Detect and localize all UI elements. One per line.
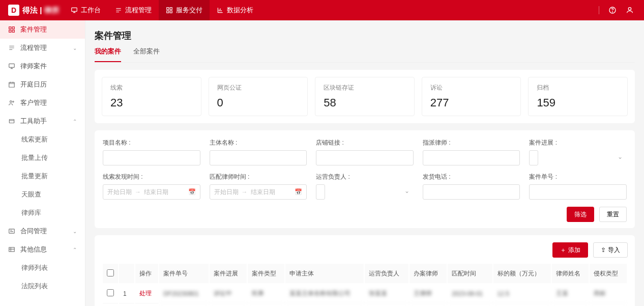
row-action[interactable]: 处理 [139,290,152,297]
clue_discover_time-range[interactable]: 开始日期→结束日期📅 [103,184,200,200]
match_lawyer_time-range[interactable]: 开始日期→结束日期📅 [210,184,307,200]
flow-icon [115,7,122,14]
grid-icon [8,26,15,33]
stat-线索[interactable]: 线索23 [102,77,201,116]
svg-rect-13 [9,82,15,87]
filter-label: 案件进展 : [529,138,627,147]
grid-icon [166,7,173,14]
users-icon [8,99,15,106]
stat-诉讼[interactable]: 诉讼277 [422,77,521,116]
row-checkbox[interactable] [107,289,114,296]
filter-match_lawyer_time: 匹配律师时间 :开始日期→结束日期📅 [210,173,307,200]
svg-rect-9 [12,27,14,29]
nav-desktop[interactable]: 工作台 [64,0,108,20]
svg-rect-3 [166,11,168,13]
ops_owner-select[interactable] [316,184,325,200]
filter-store_url: 店铺链接 : [316,138,414,165]
assigned_lawyer-input[interactable] [423,150,520,165]
sidebar-subitem-天眼查[interactable]: 天眼查 [0,185,85,204]
nav-grid[interactable]: 服务交付 [159,0,210,20]
sidebar: 案件管理流程管理⌄律师案件开庭日历客户管理工具助手⌃线索更新批量上传批量更新天眼… [0,20,85,306]
sidebar-label: 其他信息 [20,245,47,254]
sidebar-item-开庭日历[interactable]: 开庭日历 [0,75,85,94]
sidebar-subitem-法院列表[interactable]: 法院列表 [0,277,85,295]
cell-lname: 王某 [552,284,589,303]
divider-icon [599,6,599,14]
col-6: 申请主体 [285,264,364,283]
import-button[interactable]: ⇪导入 [593,242,628,258]
nav-label: 流程管理 [125,6,152,15]
svg-rect-11 [12,30,14,32]
project_name-input[interactable] [103,150,200,165]
help-icon[interactable] [608,6,617,14]
filter-label: 发货电话 : [423,173,520,181]
stat-网页公证[interactable]: 网页公证0 [209,77,308,116]
nav-flow[interactable]: 流程管理 [108,0,159,20]
filter-label: 项目名称 : [103,138,200,147]
stat-归档[interactable]: 归档159 [528,77,628,116]
col-7: 运营负责人 [365,264,408,283]
col-4: 案件进展 [210,264,247,283]
chevron-up-icon: ⌃ [73,247,77,253]
sidebar-item-工具助手[interactable]: 工具助手⌃ [0,112,85,130]
cell-owner: 张某某 [365,284,408,303]
svg-point-15 [13,101,14,102]
sidebar-item-其他信息[interactable]: 其他信息⌃ [0,240,85,259]
chevron-down-icon: ⌄ [73,229,77,234]
row-index: 1 [119,284,134,303]
table-icon [8,246,15,253]
stat-value: 23 [110,96,193,109]
sidebar-item-流程管理[interactable]: 流程管理⌄ [0,39,85,57]
cell-subject: 某某主体名称有限公司 [285,284,364,303]
sidebar-subitem-线索更新[interactable]: 线索更新 [0,130,85,149]
col-8: 办案律师 [409,264,447,283]
subject_name-input[interactable] [210,150,307,165]
case_progress-select[interactable] [529,150,538,165]
svg-rect-16 [9,120,14,123]
top-actions [599,6,636,14]
sidebar-item-客户管理[interactable]: 客户管理 [0,94,85,112]
stat-value: 159 [537,96,619,109]
chevron-up-icon: ⌃ [73,119,77,124]
filter-button[interactable]: 筛选 [567,207,594,222]
brand-logo[interactable]: D 得法 | 律所 [8,5,60,16]
tab-0[interactable]: 我的案件 [95,47,121,62]
sidebar-label: 开庭日历 [20,80,47,89]
card-icon [8,228,15,235]
stat-区块链存证[interactable]: 区块链存证58 [315,77,415,116]
cell-type: 民事 [248,284,285,303]
sidebar-subitem-批量上传[interactable]: 批量上传 [0,149,85,167]
sidebar-item-律师案件[interactable]: 律师案件 [0,57,85,75]
col-2: 操作 [135,264,158,283]
svg-rect-4 [170,11,172,13]
topbar: D 得法 | 律所 工作台流程管理服务交付数据分析 [0,0,644,20]
sidebar-label: 工具助手 [20,117,47,126]
calendar-icon [8,81,15,88]
cell-no: DF20230801 [159,284,209,303]
sidebar-label: 流程管理 [20,43,47,52]
case_no-input[interactable] [529,184,627,200]
add-button[interactable]: ＋添加 [552,242,588,258]
select-all-checkbox[interactable] [107,269,114,276]
brand-icon: D [8,5,19,16]
user-icon[interactable] [626,6,634,14]
sidebar-item-案件管理[interactable]: 案件管理 [0,20,85,39]
sidebar-subitem-律师列表[interactable]: 律师列表 [0,259,85,277]
page-tabs: 我的案件全部案件 [95,47,635,63]
sidebar-item-合同管理[interactable]: 合同管理⌄ [0,222,85,240]
sidebar-subitem-批量更新[interactable]: 批量更新 [0,167,85,185]
calendar-icon: 📅 [295,188,302,196]
ship_phone-input[interactable] [423,184,520,200]
sidebar-subitem-律师库[interactable]: 律师库 [0,204,85,222]
tab-1[interactable]: 全部案件 [133,47,160,62]
svg-rect-10 [9,30,11,32]
plus-icon: ＋ [560,246,566,255]
col-9: 匹配时间 [448,264,492,283]
store_url-input[interactable] [316,150,414,165]
reset-button[interactable]: 重置 [599,207,627,222]
col-11: 律师姓名 [552,264,589,283]
cell-time: 2023-08-01 [448,284,492,303]
nav-chart[interactable]: 数据分析 [210,0,260,20]
filter-case_progress: 案件进展 : [529,138,627,165]
col-1 [119,264,134,283]
